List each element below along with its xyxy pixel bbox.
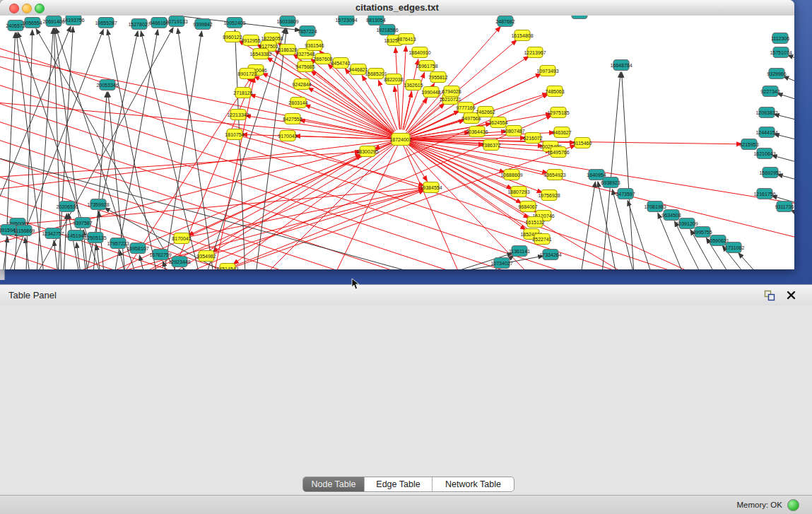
graph-node-label: 16543382: [249, 52, 271, 57]
graph-edge[interactable]: [739, 252, 758, 269]
graph-node-label: 2867608: [313, 57, 332, 62]
graph-edge[interactable]: [100, 74, 541, 269]
graph-edge[interactable]: [774, 134, 794, 141]
graph-edge[interactable]: [0, 113, 722, 269]
graph-node-label: 17334264: [539, 252, 561, 257]
graph-edge[interactable]: [213, 77, 254, 269]
memory-status-icon[interactable]: [787, 499, 799, 511]
graph-node-label: 1112306: [771, 36, 789, 41]
graph-node-label: 11731062: [723, 245, 745, 250]
table-tabbar: Node TableEdge TableNetwork Table: [0, 475, 812, 493]
graph-edge[interactable]: [602, 72, 620, 269]
graph-edge[interactable]: [64, 214, 66, 269]
graph-node-label: 11156869: [13, 228, 35, 233]
graph-node-label: 12213967: [524, 50, 546, 55]
graph-node-label: 20364436: [466, 129, 488, 134]
graph-edge[interactable]: [0, 187, 722, 269]
graph-node-label: 9777169: [456, 105, 475, 110]
graph-node-label: 8960123: [223, 35, 242, 40]
graph-edge[interactable]: [401, 139, 794, 242]
graph-edge[interactable]: [206, 189, 424, 256]
graph-node-label: 8613044: [570, 16, 589, 16]
graph-node-label: 8901723: [237, 71, 257, 76]
graph-node-label: 8822038: [384, 77, 403, 82]
graph-edge[interactable]: [54, 240, 58, 269]
graph-node-label: 2718126: [233, 90, 252, 95]
graph-node-label: 9115460: [573, 141, 592, 146]
graph-node-label: 8215953: [739, 142, 758, 147]
graph-edge[interactable]: [295, 136, 391, 139]
graph-node-label: 12505135: [84, 235, 106, 240]
graph-edge[interactable]: [0, 26, 71, 206]
graph-node-label: 14514543: [216, 267, 238, 270]
graph-edge[interactable]: [334, 139, 401, 269]
table-panel-title: Table Panel: [8, 290, 57, 300]
graph-node-label: 2803144: [288, 100, 307, 105]
graph-node-label: 18640910: [408, 50, 430, 55]
graph-node-label: 8995755: [693, 230, 712, 235]
memory-status-label: Memory: OK: [736, 501, 782, 509]
graph-node-label: 9475685: [295, 64, 314, 69]
graph-node-label: 1640954: [587, 173, 606, 177]
table-panel-body: f (x) citations_edges.txt namein_degreey…: [0, 305, 812, 495]
graph-node-label: 16495766: [547, 150, 569, 155]
graph-node-label: 16210643: [753, 151, 775, 156]
graph-node-label: 20691406: [42, 19, 64, 24]
graph-node-label: 15692951: [759, 170, 781, 175]
graph-edge[interactable]: [783, 76, 794, 85]
graph-node-label: 1615132: [525, 220, 544, 225]
close-panel-icon[interactable]: [786, 290, 796, 300]
graph-edge[interactable]: [14, 230, 17, 269]
tab-network-table[interactable]: Network Table: [433, 477, 514, 491]
graph-node-label: 9876413: [396, 37, 416, 42]
graph-node-label: 19384554: [420, 185, 442, 190]
graph-node-label: 12093832: [755, 110, 777, 115]
graph-edge[interactable]: [774, 114, 794, 122]
graph-edge[interactable]: [772, 156, 794, 164]
network-canvas[interactable]: 1872400724055729056554206914061419375610…: [0, 16, 794, 269]
graph-node-label: 15278027: [128, 22, 150, 27]
graph-node-label: 6473597: [616, 192, 635, 197]
graph-node-label: 20053346: [96, 83, 118, 88]
graph-node-label: 9227343: [760, 89, 779, 94]
graph-node-label: 16033809: [276, 19, 298, 24]
tab-edge-table[interactable]: Edge Table: [365, 477, 433, 491]
graph-node-label: 9170043: [278, 134, 297, 139]
mouse-cursor: [351, 279, 361, 290]
graph-node-label: 12161756: [753, 192, 775, 197]
graph-node-label: 9397587: [73, 221, 92, 226]
graph-edge[interactable]: [245, 116, 391, 138]
graph-node-label: 9634508: [661, 213, 681, 218]
graph-node[interactable]: [572, 16, 587, 19]
float-window-icon[interactable]: [764, 290, 775, 301]
graph-node-label: 16782759: [149, 252, 171, 257]
graph-edge[interactable]: [622, 72, 634, 269]
graph-node-label: 9242844: [292, 82, 311, 87]
graph-node-label: 10391209: [676, 221, 698, 226]
citation-graph[interactable]: 1872400724055729056554206914061419375610…: [0, 16, 794, 269]
graph-node-label: 17957223: [107, 241, 129, 246]
graph-edge[interactable]: [777, 175, 794, 182]
graph-edge[interactable]: [76, 243, 81, 269]
graph-node-label: 15723094: [335, 18, 357, 23]
graph-node-label: 1810754: [225, 132, 244, 137]
graph-node-label: 9399842: [193, 22, 212, 27]
graph-node-label: 8170041: [172, 236, 191, 241]
graph-edge[interactable]: [136, 94, 548, 269]
graph-edge[interactable]: [777, 93, 794, 102]
graph-edge[interactable]: [183, 268, 187, 269]
graph-node-label: 2487682: [495, 19, 514, 24]
graph-edge[interactable]: [0, 242, 722, 269]
network-window-titlebar[interactable]: citations_edges.txt: [0, 0, 794, 16]
graph-node-label: 12444154: [755, 130, 777, 135]
table-panel-header: Table Panel: [0, 284, 812, 307]
graph-node-label: 9127503: [259, 44, 278, 49]
network-window: citations_edges.txt 18724007240557290565…: [0, 0, 794, 269]
graph-edge[interactable]: [213, 144, 392, 252]
tab-node-table[interactable]: Node Table: [303, 477, 365, 491]
graph-node-label: 17359928: [87, 202, 109, 207]
graph-node-label: 12342757: [42, 231, 64, 236]
graph-node-label: 9463627: [552, 130, 571, 135]
graph-node-label: 18226058: [261, 36, 283, 41]
graph-node-label: 9329966: [767, 71, 786, 76]
